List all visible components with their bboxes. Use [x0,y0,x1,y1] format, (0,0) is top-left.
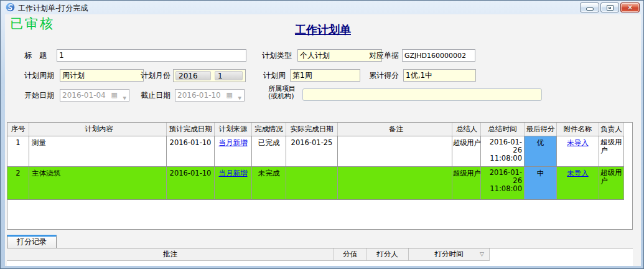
title-input[interactable] [57,49,246,62]
close-button[interactable]: ✕ [620,2,640,12]
col-scorer[interactable]: 打分人 [366,248,409,260]
col-attachment[interactable]: 附件名称 [557,123,599,136]
plan-type-label: 计划类型 [262,49,292,62]
plan-month-label: 计划月份 [141,69,170,82]
cell-attachment: 未导入 [557,167,599,199]
plan-month-field: 2016 1 [173,69,246,82]
cell-content: 主体浇筑 [29,167,167,199]
attachment-link[interactable]: 未导入 [567,138,589,147]
calendar-icon: ▦ [226,91,233,100]
maximize-icon [607,5,614,11]
table-row[interactable]: 2 主体浇筑 2016-01-10 当月新增 未完成 超级用户 2016-01-… [7,167,624,200]
cell-content: 测量 [29,136,167,166]
col-score-value[interactable]: 分值 [334,248,366,260]
start-date-label: 开始日期 [24,89,54,101]
page-title: 工作计划单 [5,22,641,37]
col-comment[interactable]: 批注 [7,248,334,260]
cell-status: 未完成 [252,167,286,199]
project-label-line1: 所属项目 [268,85,296,92]
cell-expected-date: 2016-01-10 [167,136,215,166]
plan-cycle-field[interactable]: 周计划 [60,69,144,82]
cell-source: 当月新增 [215,167,252,199]
project-label-line2: (或机构) [268,93,294,100]
titlebar[interactable]: 工作计划单-打分完成 ✕ [1,1,643,14]
app-window: 工作计划单-打分完成 ✕ 已审核 工作计划单 标 题 计划类型 个人计划 对应单… [0,0,644,269]
col-seq[interactable]: 序号 [7,123,29,136]
col-actual-date[interactable]: 实际完成日期 [286,123,338,136]
maximize-button[interactable] [600,2,619,12]
cell-summary-time: 2016-01-26 11:08:00 [481,136,525,166]
plan-table: 序号 计划内容 预计完成日期 计划来源 完成情况 实际完成日期 备注 总结人 总… [7,122,633,230]
plan-table-header: 序号 计划内容 预计完成日期 计划来源 完成情况 实际完成日期 备注 总结人 总… [7,123,624,136]
dropdown-arrow-icon: ▼ [123,93,126,104]
tab-score-records[interactable]: 打分记录 [7,235,57,248]
cell-owner: 超级用户 [599,136,624,166]
source-link[interactable]: 当月新增 [219,169,248,177]
cell-status: 已完成 [252,136,286,166]
attachment-link[interactable]: 未导入 [567,169,589,177]
score-table-header: 批注 分值 打分人 打分时间 ▽ [7,248,490,261]
col-summarizer[interactable]: 总结人 [452,123,481,136]
col-summary-time[interactable]: 总结时间 [481,123,525,136]
plan-cycle-label: 计划周期 [24,69,54,82]
minimize-button[interactable] [580,2,599,12]
doc-no-input[interactable] [402,49,475,62]
col-final-score[interactable]: 最后得分 [525,123,557,136]
month-spinner[interactable]: 1 [215,71,243,80]
cell-final-score: 优 [525,136,557,166]
cell-summarizer: 超级用户 [452,136,481,166]
cell-seq: 1 [7,136,29,166]
total-score-field[interactable]: 1优,1中 [403,69,476,82]
score-table: 批注 分值 打分人 打分时间 ▽ [7,248,633,266]
cell-summary-time: 2016-01-26 11:08:00 [481,167,525,199]
end-date-picker[interactable]: 2016-01-10 ▦ ▼ [175,89,245,101]
title-label: 标 题 [24,49,47,62]
window-title: 工作计划单-打分完成 [18,3,88,14]
plan-week-field[interactable]: 第1周 [290,69,360,82]
cell-remark [338,167,452,199]
cell-actual-date: 2016-01-25 [286,136,338,166]
cell-source: 当月新增 [215,136,252,166]
close-icon: ✕ [627,4,633,12]
cell-summarizer: 超级用户 [452,167,481,199]
dropdown-arrow-icon: ▼ [238,93,241,104]
col-content[interactable]: 计划内容 [29,123,167,136]
minimize-icon [586,7,594,11]
col-owner[interactable]: 负责人 [599,123,624,136]
plan-week-label: 计划周 [263,69,286,82]
cell-expected-date: 2016-01-10 [167,167,215,199]
form-body: 已审核 工作计划单 标 题 计划类型 个人计划 对应单据 计划周期 周计划 计划… [5,14,641,266]
project-field[interactable] [302,88,542,101]
cell-final-score: 中 [525,167,557,199]
start-date-picker[interactable]: 2016-01-04 ▦ ▼ [60,89,129,101]
end-date-label: 截止日期 [141,89,170,101]
total-score-label: 累计得分 [369,69,399,82]
app-icon [6,2,15,12]
year-spinner[interactable]: 2016 [175,71,211,80]
col-score-time[interactable]: 打分时间 ▽ [409,248,490,260]
doc-no-label: 对应单据 [369,49,399,62]
source-link[interactable]: 当月新增 [219,138,248,147]
cell-remark [338,136,452,166]
sort-desc-icon[interactable]: ▽ [480,248,484,260]
col-status[interactable]: 完成情况 [252,123,286,136]
cell-owner: 超级用户 [599,167,624,199]
table-row[interactable]: 1 测量 2016-01-10 当月新增 已完成 2016-01-25 超级用户… [7,136,624,167]
cell-seq: 2 [7,167,29,199]
cell-attachment: 未导入 [557,136,599,166]
col-source[interactable]: 计划来源 [215,123,252,136]
cell-actual-date [286,167,338,199]
col-remark[interactable]: 备注 [338,123,452,136]
calendar-icon: ▦ [111,91,118,100]
col-expected-date[interactable]: 预计完成日期 [167,123,215,136]
